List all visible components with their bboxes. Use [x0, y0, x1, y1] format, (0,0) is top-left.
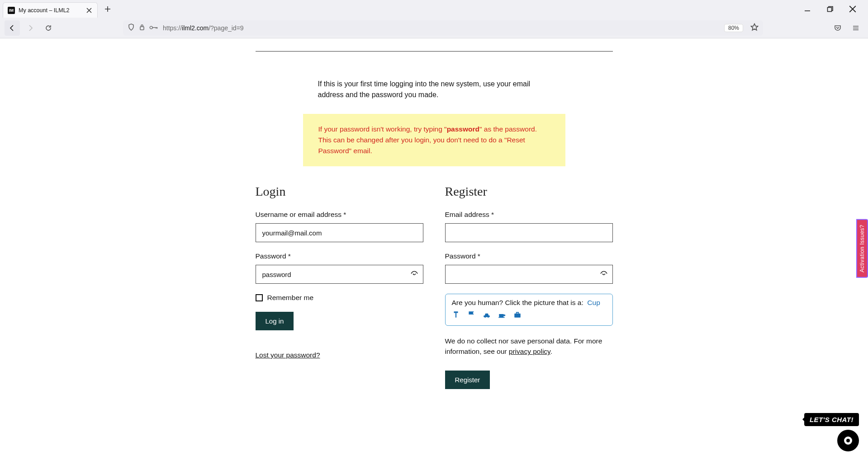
login-password-input[interactable]	[256, 265, 423, 284]
captcha-answer: Cup	[587, 299, 600, 306]
address-bar[interactable]: https://ilml2.com/?page_id=9 80%	[123, 20, 763, 36]
bookmark-star-icon[interactable]	[748, 23, 759, 33]
svg-point-2	[150, 26, 152, 29]
svg-point-5	[484, 316, 486, 318]
svg-rect-7	[498, 317, 505, 318]
chat-icon	[844, 437, 852, 445]
key-icon	[149, 24, 158, 32]
privacy-policy-link[interactable]: privacy policy	[509, 347, 550, 355]
divider	[256, 51, 613, 52]
captcha-option-car-icon[interactable]	[483, 310, 491, 321]
url-text: https://ilml2.com/?page_id=9	[163, 24, 720, 32]
new-tab-button[interactable]	[101, 3, 114, 15]
register-button[interactable]: Register	[445, 371, 490, 389]
close-window-button[interactable]	[846, 3, 859, 15]
svg-rect-4	[455, 313, 456, 318]
svg-rect-0	[828, 8, 832, 12]
remember-me-label: Remember me	[267, 294, 314, 302]
login-heading: Login	[256, 184, 423, 199]
shield-icon	[128, 23, 135, 33]
reload-button[interactable]	[41, 20, 56, 36]
remember-me[interactable]: Remember me	[256, 294, 423, 302]
tab-title: My account – ILML2	[19, 7, 82, 14]
svg-rect-3	[454, 311, 458, 313]
menu-button[interactable]	[848, 20, 863, 36]
username-label: Username or email address *	[256, 211, 423, 219]
maximize-button[interactable]	[824, 3, 836, 15]
captcha-prompt: Are you human? Click the picture that is…	[452, 299, 583, 306]
password-notice: If your password isn't working, try typi…	[303, 114, 565, 166]
captcha-option-signpost-icon[interactable]	[452, 310, 460, 321]
captcha-option-briefcase-icon[interactable]	[513, 310, 522, 321]
browser-chrome: IM My account – ILML2	[0, 0, 868, 38]
register-form: Register Email address * Password *	[445, 184, 613, 399]
register-password-label: Password *	[445, 252, 613, 260]
chat-button[interactable]	[837, 430, 859, 451]
tab-bar: IM My account – ILML2	[0, 0, 868, 18]
lost-password-link[interactable]: Lost your password?	[256, 351, 320, 359]
captcha-option-cup-icon[interactable]	[498, 310, 506, 321]
toolbar: https://ilml2.com/?page_id=9 80%	[0, 18, 868, 38]
window-controls	[801, 3, 865, 15]
back-button[interactable]	[5, 20, 20, 36]
svg-rect-8	[514, 314, 521, 318]
register-password-input[interactable]	[445, 265, 613, 284]
chat-widget: LET'S CHAT!	[804, 413, 859, 451]
close-tab-button[interactable]	[85, 7, 93, 14]
chat-label[interactable]: LET'S CHAT!	[804, 413, 859, 426]
page-content: If this is your first time logging into …	[0, 38, 868, 460]
svg-point-6	[487, 316, 489, 318]
email-label: Email address *	[445, 211, 613, 219]
username-input[interactable]	[256, 223, 423, 242]
captcha-option-flag-icon[interactable]	[467, 310, 475, 321]
svg-rect-1	[140, 27, 144, 30]
minimize-button[interactable]	[801, 3, 814, 15]
login-password-label: Password *	[256, 252, 423, 260]
intro-text: If this is your first time logging into …	[318, 79, 553, 100]
email-input[interactable]	[445, 223, 613, 242]
register-heading: Register	[445, 184, 613, 199]
privacy-text: We do no collect nor save personal data.…	[445, 336, 613, 357]
captcha-box: Are you human? Click the picture that is…	[445, 294, 613, 326]
login-form: Login Username or email address * Passwo…	[256, 184, 423, 399]
activation-issues-tab[interactable]: Activation Issues?	[856, 219, 868, 278]
browser-tab[interactable]: IM My account – ILML2	[3, 2, 98, 18]
eye-icon[interactable]	[411, 270, 418, 279]
pocket-icon[interactable]	[830, 20, 845, 36]
login-button[interactable]: Log in	[256, 312, 294, 330]
zoom-badge[interactable]: 80%	[724, 24, 743, 32]
forward-button[interactable]	[23, 20, 38, 36]
checkbox-icon[interactable]	[256, 294, 263, 301]
favicon-icon: IM	[8, 7, 15, 14]
lock-icon	[138, 23, 146, 33]
eye-icon[interactable]	[600, 270, 607, 279]
